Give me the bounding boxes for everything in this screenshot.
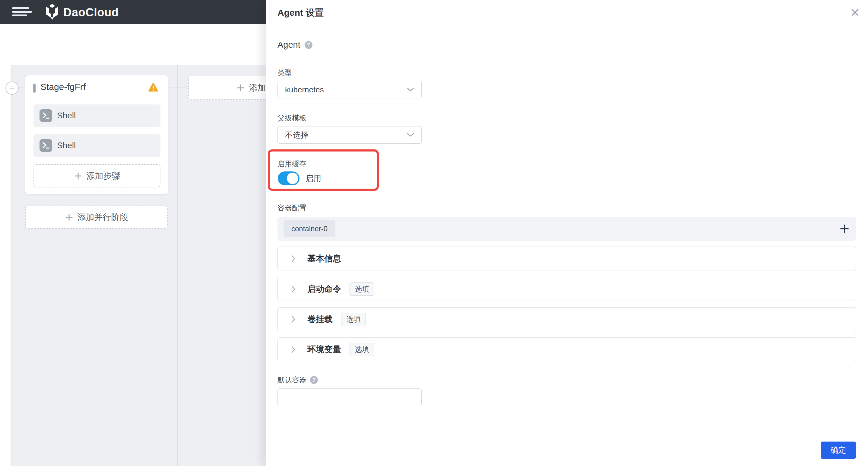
type-field-label: 类型 [277, 68, 292, 78]
agent-heading-text: Agent [277, 40, 300, 50]
container-tabstrip: container-0 [277, 217, 856, 241]
container-tab[interactable]: container-0 [283, 220, 335, 237]
panel-volume-mount[interactable]: 卷挂载 选填 [277, 307, 856, 331]
close-icon[interactable] [850, 8, 860, 17]
help-icon[interactable]: ? [310, 376, 318, 384]
add-parallel-stage-label: 添加并行阶段 [78, 211, 128, 223]
brand-logo: DaoCloud [45, 4, 119, 21]
panel-title: 基本信息 [307, 253, 341, 264]
chevron-down-icon [407, 133, 414, 137]
optional-badge: 选填 [341, 313, 366, 326]
container-config-label: 容器配置 [277, 203, 306, 213]
default-container-label: 默认容器 ? [277, 375, 318, 385]
panel-title: 环境变量 [307, 344, 341, 355]
toggle-knob [287, 173, 298, 184]
insert-stage-button[interactable] [5, 82, 19, 95]
panel-basic-info[interactable]: 基本信息 [277, 246, 856, 270]
panel-title: 启动命令 [307, 283, 341, 295]
cache-field-label: 启用缓存 [277, 159, 306, 169]
shell-terminal-icon [39, 139, 52, 152]
stage-title-bar [33, 84, 36, 93]
stage-column-divider [177, 65, 178, 466]
optional-badge: 选填 [349, 343, 374, 356]
plus-icon [74, 172, 82, 180]
add-container-icon[interactable] [840, 224, 849, 234]
cache-toggle-row: 启用 [278, 171, 321, 185]
add-step-label: 添加步骤 [87, 170, 120, 182]
agent-section-heading: Agent ? [277, 40, 312, 50]
optional-badge: 选填 [349, 283, 374, 296]
parent-template-field-label: 父级模板 [277, 113, 306, 123]
daocloud-logo-icon [45, 4, 59, 21]
chevron-down-icon [407, 88, 414, 92]
add-step-button[interactable]: 添加步骤 [33, 164, 160, 187]
step-label: Shell [57, 111, 76, 120]
chevron-right-icon [291, 255, 296, 262]
parent-template-select-value: 不选择 [285, 130, 407, 140]
brand-name: DaoCloud [63, 6, 119, 19]
chevron-right-icon [291, 346, 296, 353]
step-item[interactable]: Shell [33, 105, 160, 127]
stage-card: Stage-fgFrf [25, 75, 168, 194]
warning-icon [148, 83, 158, 92]
step-item[interactable]: Shell [33, 134, 160, 157]
type-select-value: kubernetes [285, 85, 407, 94]
footer-divider [266, 437, 868, 437]
menu-icon[interactable] [12, 7, 32, 17]
confirm-button[interactable]: 确定 [820, 441, 856, 459]
drawer-title: Agent 设置 [277, 7, 323, 19]
panel-start-command[interactable]: 启动命令 选填 [277, 277, 856, 301]
chevron-right-icon [291, 316, 296, 323]
step-label: Shell [57, 141, 76, 150]
cache-toggle-label: 启用 [306, 173, 321, 184]
chevron-right-icon [291, 286, 296, 293]
panel-env-vars[interactable]: 环境变量 选填 [277, 338, 856, 361]
type-select[interactable]: kubernetes [277, 81, 422, 98]
add-parallel-stage-button[interactable]: 添加并行阶段 [25, 206, 168, 229]
drawer-header: Agent 设置 [266, 0, 868, 24]
parent-template-select[interactable]: 不选择 [277, 126, 422, 144]
panel-title: 卷挂载 [307, 314, 333, 325]
default-container-input[interactable] [277, 388, 422, 406]
stage-title: Stage-fgFrf [40, 82, 86, 92]
agent-settings-drawer: Agent 设置 Agent ? 类型 kubernetes 父级模板 不选择 [266, 0, 868, 466]
help-icon[interactable]: ? [305, 41, 312, 49]
cache-toggle[interactable] [278, 171, 300, 185]
plus-icon [237, 84, 245, 92]
plus-icon [65, 213, 73, 222]
shell-terminal-icon [39, 109, 52, 122]
